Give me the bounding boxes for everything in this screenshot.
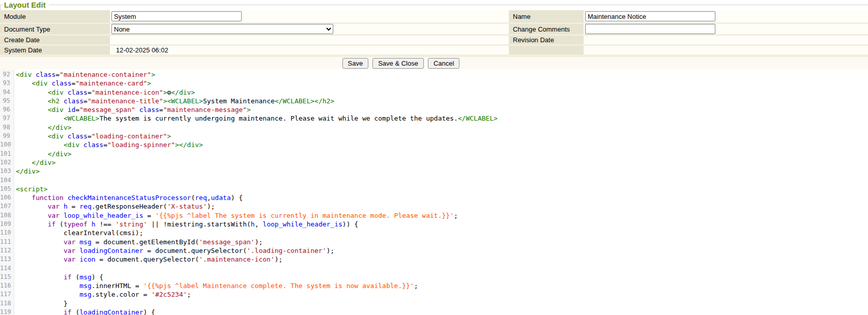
layout-edit-form: Module Name Document Type None Change Co… [0,10,868,57]
code-line: 114 [0,264,868,273]
change-comments-label: Change Comments [509,24,584,34]
code-line: 99 <div class="loading-container"> [0,132,868,140]
cancel-button[interactable]: Cancel [428,58,459,69]
line-number: 109 [0,220,12,228]
code-line: 119 if (loadingContainer) { [0,308,868,315]
code-text: clearInterval(cmsi); [12,228,143,237]
name-label: Name [509,10,584,22]
code-line: 107 var h = req.getResponseHeader('X-sta… [0,202,868,211]
name-cell [584,10,868,22]
empty-value-cell [584,46,868,54]
system-date-label: System Date [0,46,110,54]
line-number: 108 [0,211,12,220]
code-line: 108 var loop_while_header_is = '{{%pjs ^… [0,211,868,220]
code-line: 106 function checkMaintenanceStatusProce… [0,193,868,202]
code-line: 118 } [0,299,868,308]
code-text [12,176,16,185]
code-line: 102 </div> [0,158,868,167]
code-line: 103</div> [0,167,868,176]
line-number: 98 [0,123,12,132]
layout-edit-page: Layout Edit Module Name Document Type No… [0,0,868,315]
code-text: <div class="maintenance-icon">⚙</div> [12,88,195,97]
line-number: 117 [0,290,12,299]
change-comments-cell [584,24,868,34]
line-number: 119 [0,308,12,315]
create-date-value [110,36,509,44]
save-button[interactable]: Save [342,58,369,69]
code-text: var h = req.getResponseHeader('X-status'… [12,202,215,211]
code-text: </div> [12,123,72,132]
line-number: 102 [0,158,12,167]
revision-date-value [584,36,868,44]
save-and-close-button[interactable]: Save & Close [372,58,424,69]
line-number: 92 [0,70,12,79]
code-text: <div class="loading-spinner"></div> [12,140,203,149]
code-text: if (msg) { [12,273,103,281]
code-line: 110 clearInterval(cmsi); [0,228,868,237]
code-line: 104 [0,176,868,185]
line-number: 97 [0,114,12,123]
line-number: 104 [0,176,12,185]
code-line: 95 <h2 class="maintenance-title"><WCLABE… [0,97,868,105]
code-line: 101 </div> [0,150,868,158]
code-line: 97 <WCLABEL>The system is currently unde… [0,114,868,123]
code-text: if (loadingContainer) { [12,308,155,315]
code-line: 98 </div> [0,123,868,132]
code-editor[interactable]: 92<div class="maintenance-container">93 … [0,69,868,315]
code-text: <h2 class="maintenance-title"><WCLABEL>S… [12,97,334,105]
document-type-label: Document Type [0,24,110,34]
line-number: 110 [0,228,12,237]
code-text [12,264,16,273]
page-title: Layout Edit [3,0,49,10]
line-number: 111 [0,238,12,246]
line-number: 114 [0,264,12,273]
line-number: 106 [0,193,12,202]
document-type-cell: None [110,24,509,34]
code-line: 93 <div class="maintenance-card"> [0,79,868,88]
code-line: 100 <div class="loading-spinner"></div> [0,140,868,149]
line-number: 107 [0,202,12,211]
line-number: 103 [0,167,12,176]
code-text: var icon = document.querySelector('.main… [12,255,282,264]
module-input[interactable] [111,11,242,21]
change-comments-input[interactable] [585,24,715,34]
code-text: var loadingContainer = document.querySel… [12,246,334,255]
code-text: msg.innerHTML = '{{%pjs ^label Maintenan… [12,281,418,290]
create-date-label: Create Date [0,36,110,44]
code-text: </div> [12,150,72,158]
line-number: 100 [0,140,12,149]
line-number: 96 [0,105,12,114]
module-label: Module [0,10,110,22]
code-line: 109 if (typeof h !== 'string' || !miestr… [0,220,868,228]
document-type-select[interactable]: None [111,24,333,34]
line-number: 93 [0,79,12,88]
code-text: <div class="loading-container"> [12,132,171,140]
code-line: 94 <div class="maintenance-icon">⚙</div> [0,88,868,97]
code-line: 92<div class="maintenance-container"> [0,70,868,79]
line-number: 94 [0,88,12,97]
line-number: 95 [0,97,12,105]
code-text: if (typeof h !== 'string' || !miestring.… [12,220,358,228]
code-text: <script> [12,185,48,193]
code-text: <div id="message_span" class="maintenanc… [12,105,251,114]
code-line: 116 msg.innerHTML = '{{%pjs ^label Maint… [0,281,868,290]
code-text: var loop_while_header_is = '{{%pjs ^labe… [12,211,458,220]
code-line: 96 <div id="message_span" class="mainten… [0,105,868,114]
code-text: } [12,299,68,308]
name-input[interactable] [585,11,715,21]
code-line: 111 var msg = document.getElementById('m… [0,238,868,246]
form-button-bar: Save Save & Close Cancel [0,57,868,69]
code-text: <WCLABEL>The system is currently undergo… [12,114,498,123]
fieldset-header: Layout Edit [0,0,868,10]
fieldset-rule [49,5,868,5]
module-cell [110,10,509,22]
line-number: 101 [0,150,12,158]
system-date-value: 12-02-2025 06:02 [110,46,509,54]
code-text: <div class="maintenance-card"> [12,79,151,88]
code-text: </div> [12,167,40,176]
line-number: 112 [0,246,12,255]
code-line: 105<script> [0,185,868,193]
empty-label-cell [509,46,584,54]
line-number: 115 [0,273,12,281]
code-line: 113 var icon = document.querySelector('.… [0,255,868,264]
